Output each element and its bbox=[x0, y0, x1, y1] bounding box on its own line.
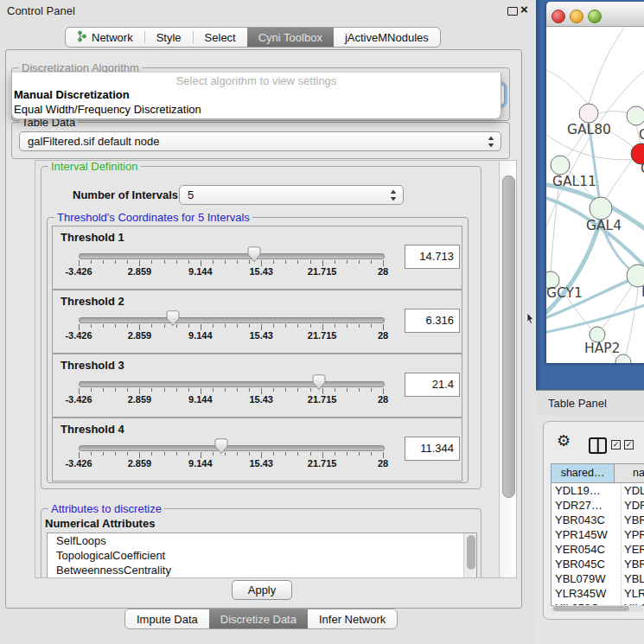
checkbox-icon[interactable]: ✓ bbox=[624, 440, 634, 450]
table-panel-header: Table Panel bbox=[536, 390, 644, 417]
slider-tick-mark bbox=[335, 452, 335, 456]
network-canvas[interactable]: GAL80GCGAL11GAL4GCY1HHAP2 bbox=[546, 27, 644, 363]
attribute-item-betweennesscentrality[interactable]: BetweennessCentrality bbox=[48, 563, 476, 577]
close-icon[interactable]: × bbox=[520, 2, 528, 16]
threshold-panel-3: Threshold 3-3.4262.8599.14415.4321.71528… bbox=[52, 354, 462, 418]
slider-tick-mark bbox=[103, 260, 104, 264]
slider-tick-mark bbox=[371, 452, 372, 456]
table-row[interactable]: YBR043CYBR0 bbox=[552, 513, 644, 527]
table-row[interactable]: YPR145WYPR1 bbox=[552, 527, 644, 542]
intervals-combo-value: 5 bbox=[188, 188, 194, 201]
threshold-slider-thumb[interactable] bbox=[166, 310, 180, 327]
attribute-item-selfloops[interactable]: SelfLoops bbox=[48, 533, 476, 548]
tab-label: Style bbox=[156, 31, 182, 44]
slider-tick-label: 28 bbox=[378, 394, 388, 405]
settings-scrollbar-thumb[interactable] bbox=[502, 175, 515, 498]
table-row[interactable]: YBR045CYBR0 bbox=[552, 557, 644, 571]
dropdown-item-equal-width-frequency-discretization[interactable]: Equal Width/Frequency Discretization bbox=[12, 103, 501, 118]
tab-style[interactable]: Style bbox=[145, 28, 193, 47]
slider-tick-mark bbox=[164, 388, 165, 392]
table-row[interactable]: YDL19…YDL1 bbox=[552, 483, 644, 498]
slider-tick-mark bbox=[139, 324, 140, 330]
thresholds-group: Threshold's Coordinates for 5 Intervals … bbox=[47, 217, 469, 483]
threshold-slider-track[interactable] bbox=[79, 253, 385, 259]
threshold-slider-track[interactable] bbox=[79, 317, 385, 323]
tab-discretize-data[interactable]: Discretize Data bbox=[209, 609, 308, 628]
tab-cyni-toolbox[interactable]: Cyni Toolbox bbox=[247, 28, 334, 47]
table-row[interactable]: YER054CYER0 bbox=[552, 542, 644, 557]
slider-tick-mark bbox=[151, 452, 152, 456]
threshold-slider-thumb[interactable] bbox=[214, 438, 228, 455]
checkbox-icon[interactable]: ✓ bbox=[611, 440, 621, 450]
slider-tick-mark bbox=[322, 452, 323, 458]
tab-select[interactable]: Select bbox=[194, 28, 247, 47]
slider-tick-mark bbox=[164, 260, 165, 264]
threshold-value-field[interactable]: 6.316 bbox=[405, 309, 460, 333]
tab-jactivemnodules[interactable]: jActiveMNodules bbox=[334, 28, 440, 47]
slider-tick-mark bbox=[188, 324, 189, 328]
slider-tick-mark bbox=[201, 388, 201, 394]
threshold-slider-track[interactable] bbox=[79, 381, 385, 387]
threshold-value-field[interactable]: 21.4 bbox=[405, 373, 460, 397]
slider-tick-mark bbox=[347, 260, 348, 264]
slider-tick-mark bbox=[249, 452, 250, 456]
slider-tick-mark bbox=[237, 324, 238, 328]
list-scrollbar-thumb[interactable] bbox=[467, 535, 475, 570]
network-node-gal11[interactable] bbox=[551, 156, 570, 175]
node-label: GAL4 bbox=[586, 218, 622, 233]
network-graph-icon bbox=[77, 30, 87, 45]
slider-tick-mark bbox=[79, 452, 80, 458]
tab-infer-network[interactable]: Infer Network bbox=[308, 609, 397, 628]
column-header-shared-name[interactable]: shared… bbox=[552, 464, 615, 482]
table-row[interactable]: YDR27…YDR2 bbox=[552, 498, 644, 513]
threshold-value-field[interactable]: 11.344 bbox=[405, 437, 460, 461]
table-data-combo[interactable]: galFiltered.sif default node bbox=[19, 131, 501, 151]
node-table[interactable]: shared… na YDL19…YDL1YDR27…YDR2YBR043CYB… bbox=[551, 463, 644, 606]
slider-tick-mark bbox=[310, 260, 311, 264]
slider-tick-label: -3.426 bbox=[65, 394, 92, 405]
close-traffic-icon[interactable] bbox=[552, 10, 565, 23]
slider-tick-mark bbox=[79, 260, 80, 266]
threshold-slider-track[interactable] bbox=[79, 445, 385, 451]
threshold-value-field[interactable]: 14.713 bbox=[405, 245, 460, 269]
dropdown-item-manual-discretization[interactable]: Manual Discretization bbox=[12, 88, 501, 103]
network-node-gal4[interactable] bbox=[590, 197, 612, 220]
tab-impute-data[interactable]: Impute Data bbox=[125, 609, 209, 628]
threshold-slider-thumb[interactable] bbox=[312, 374, 326, 391]
slider-tick-mark bbox=[127, 388, 128, 392]
slider-tick-label: 15.43 bbox=[249, 458, 273, 469]
table-row[interactable]: YLR345WYLR3 bbox=[552, 586, 644, 601]
tab-network[interactable]: Network bbox=[66, 28, 144, 47]
settings-scrollbar[interactable] bbox=[499, 161, 516, 577]
table-row[interactable]: YBL079WYBL0 bbox=[552, 571, 644, 586]
minimize-traffic-icon[interactable] bbox=[570, 10, 583, 23]
slider-tick-mark bbox=[297, 260, 298, 264]
gear-icon[interactable]: ⚙ bbox=[557, 433, 571, 449]
threshold-label: Threshold 3 bbox=[61, 359, 124, 372]
slider-tick-mark bbox=[103, 388, 104, 392]
network-node-g[interactable] bbox=[627, 106, 644, 125]
zoom-traffic-icon[interactable] bbox=[588, 10, 602, 23]
cell-shared-name: YDR27… bbox=[552, 498, 622, 513]
cell-name: YER0 bbox=[622, 542, 644, 557]
slider-tick-mark bbox=[335, 324, 335, 328]
threshold-slider-thumb[interactable] bbox=[247, 246, 261, 263]
attribute-item-topologicalcoefficient[interactable]: TopologicalCoefficient bbox=[48, 548, 476, 563]
list-scrollbar[interactable] bbox=[463, 533, 476, 578]
split-columns-icon[interactable] bbox=[589, 437, 607, 454]
slider-tick-mark bbox=[115, 324, 116, 328]
numerical-attributes-list[interactable]: SelfLoopsTopologicalCoefficientBetweenne… bbox=[47, 532, 477, 578]
float-window-icon[interactable] bbox=[507, 7, 518, 16]
column-header-name[interactable]: na bbox=[615, 464, 644, 482]
table-horizontal-scrollbar[interactable] bbox=[552, 605, 643, 612]
network-window-titlebar[interactable] bbox=[546, 2, 644, 27]
slider-tick-label: 21.715 bbox=[308, 330, 337, 341]
cell-name: YDL1 bbox=[622, 483, 644, 498]
apply-button[interactable]: Apply bbox=[232, 580, 292, 600]
tab-label: Select bbox=[205, 31, 236, 44]
slider-tick-label: 28 bbox=[378, 330, 388, 341]
network-window[interactable]: GAL80GCGAL11GAL4GCY1HHAP2 bbox=[546, 2, 644, 363]
intervals-combo[interactable]: 5 bbox=[179, 185, 404, 205]
network-node-gal80[interactable] bbox=[579, 104, 598, 123]
table-scrollbar-thumb[interactable] bbox=[553, 606, 629, 611]
